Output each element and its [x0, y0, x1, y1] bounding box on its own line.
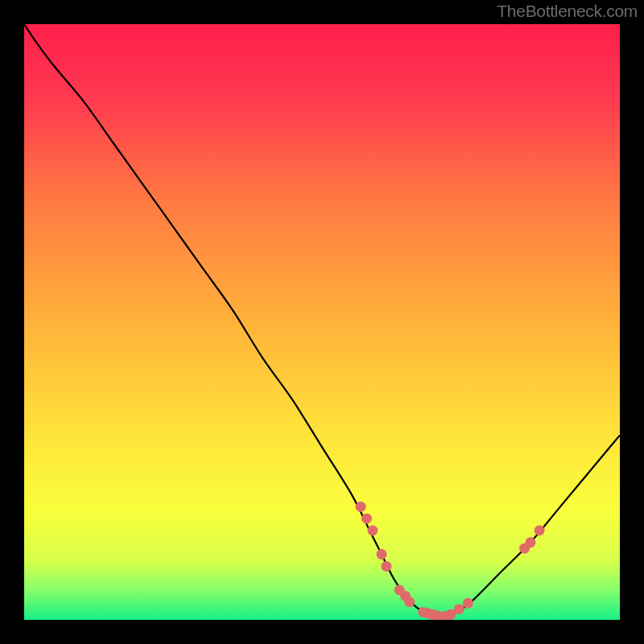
highlight-marker: [356, 502, 366, 512]
highlight-marker: [361, 514, 372, 524]
highlight-marker: [463, 598, 473, 609]
highlight-marker: [526, 537, 536, 547]
watermark-text: TheBottleneck.com: [497, 2, 638, 21]
highlight-marker: [454, 604, 464, 614]
highlight-marker: [381, 561, 391, 572]
chart-plot-area: [24, 24, 620, 620]
chart-background: [24, 24, 620, 620]
chart-svg: [24, 24, 620, 620]
highlight-marker: [404, 597, 415, 607]
highlight-marker: [535, 526, 545, 536]
highlight-marker: [367, 526, 378, 536]
highlight-marker: [377, 549, 387, 559]
